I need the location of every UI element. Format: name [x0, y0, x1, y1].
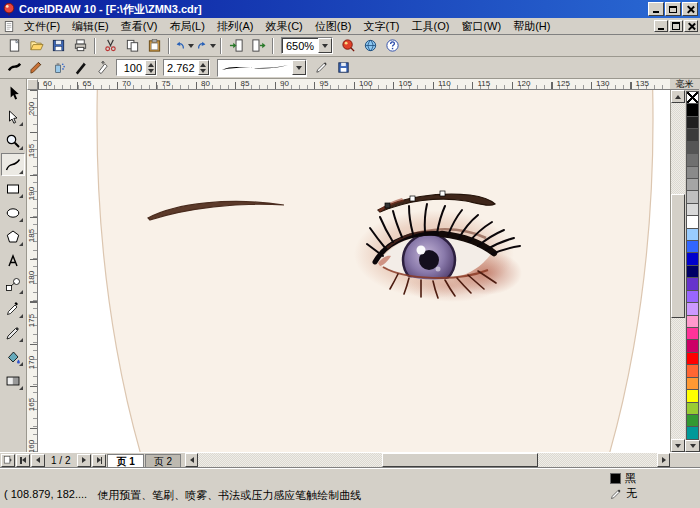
- menu-item[interactable]: 布局(L): [163, 18, 210, 35]
- color-swatch[interactable]: [686, 426, 699, 439]
- color-swatch[interactable]: [686, 215, 699, 228]
- spinner-arrows[interactable]: [198, 60, 209, 75]
- print-button[interactable]: [69, 36, 91, 56]
- new-button[interactable]: [3, 36, 25, 56]
- first-page-button[interactable]: [16, 454, 30, 467]
- color-swatch[interactable]: [686, 103, 699, 116]
- color-swatch[interactable]: [686, 364, 699, 377]
- horizontal-ruler[interactable]: 6065707580859095100105110115120125130135: [38, 79, 670, 90]
- pick-tool[interactable]: [1, 81, 25, 104]
- vertical-scrollbar[interactable]: [670, 79, 685, 452]
- help-button[interactable]: [381, 36, 403, 56]
- menu-item[interactable]: 工具(O): [406, 18, 456, 35]
- color-swatch[interactable]: [686, 228, 699, 241]
- fill-tool[interactable]: [1, 345, 25, 368]
- outline-color-status[interactable]: 无: [610, 487, 696, 500]
- page-flip-button[interactable]: [1, 454, 15, 467]
- page-tab[interactable]: 页 2: [145, 454, 181, 467]
- eyedropper-tool[interactable]: [1, 297, 25, 320]
- color-swatch[interactable]: [686, 302, 699, 315]
- redo-button[interactable]: [195, 36, 217, 56]
- ellipse-tool[interactable]: [1, 201, 25, 224]
- color-swatch[interactable]: [686, 339, 699, 352]
- freehand-smoothing-spinner[interactable]: 100: [116, 59, 157, 76]
- save-button[interactable]: [47, 36, 69, 56]
- freehand-tool[interactable]: [1, 153, 25, 176]
- color-swatch[interactable]: [686, 203, 699, 216]
- polygon-tool[interactable]: [1, 225, 25, 248]
- horizontal-scroll-track[interactable]: [198, 453, 657, 467]
- stroke-width-spinner[interactable]: 2.762: [163, 59, 210, 76]
- zoom-tool[interactable]: [1, 129, 25, 152]
- shape-tool[interactable]: [1, 105, 25, 128]
- paste-button[interactable]: [143, 36, 165, 56]
- interactive-fill-tool[interactable]: [1, 369, 25, 392]
- pressure-mode-button[interactable]: [91, 58, 113, 78]
- menu-item[interactable]: 帮助(H): [507, 18, 556, 35]
- menu-item[interactable]: 文件(F): [18, 18, 66, 35]
- menu-item[interactable]: 文字(T): [357, 18, 405, 35]
- cut-button[interactable]: [99, 36, 121, 56]
- stroke-dropdown-button[interactable]: [292, 60, 306, 75]
- calligraphy-mode-button[interactable]: [69, 58, 91, 78]
- minimize-button[interactable]: [648, 2, 664, 16]
- title-bar[interactable]: CorelDRAW 10 - [F:\作业\ZMN3.cdr]: [0, 0, 700, 18]
- brush-mode-button[interactable]: [25, 58, 47, 78]
- zoom-combo[interactable]: 650%: [281, 37, 333, 54]
- color-swatch[interactable]: [686, 377, 699, 390]
- last-page-button[interactable]: [92, 454, 106, 467]
- horizontal-scroll-thumb[interactable]: [382, 453, 538, 467]
- vertical-scroll-thumb[interactable]: [671, 194, 685, 318]
- color-swatch[interactable]: [686, 166, 699, 179]
- color-swatch[interactable]: [686, 116, 699, 129]
- undo-button[interactable]: [173, 36, 195, 56]
- color-swatch[interactable]: [686, 141, 699, 154]
- color-swatch[interactable]: [686, 128, 699, 141]
- zoom-level-value[interactable]: 650%: [282, 40, 318, 52]
- color-swatch[interactable]: [686, 240, 699, 253]
- close-button[interactable]: [682, 2, 698, 16]
- horizontal-scrollbar[interactable]: [185, 453, 670, 467]
- scroll-right-button[interactable]: [657, 453, 670, 467]
- app-icon[interactable]: [2, 2, 16, 16]
- color-swatch[interactable]: [686, 327, 699, 340]
- pen-settings-button[interactable]: [311, 58, 333, 78]
- document-icon[interactable]: [3, 20, 15, 33]
- maximize-button[interactable]: [665, 2, 681, 16]
- menu-item[interactable]: 编辑(E): [66, 18, 115, 35]
- canvas[interactable]: [38, 90, 670, 452]
- next-page-button[interactable]: [77, 454, 91, 467]
- color-swatch[interactable]: [686, 389, 699, 402]
- color-swatch[interactable]: [686, 402, 699, 415]
- stroke-preset-combo[interactable]: [217, 59, 307, 77]
- color-swatch[interactable]: [686, 178, 699, 191]
- open-button[interactable]: [25, 36, 47, 56]
- page-tab[interactable]: 页 1: [107, 454, 143, 467]
- mdi-minimize-button[interactable]: [654, 20, 668, 32]
- sprayer-mode-button[interactable]: [47, 58, 69, 78]
- color-swatch[interactable]: [686, 277, 699, 290]
- menu-item[interactable]: 效果(C): [260, 18, 309, 35]
- scroll-up-button[interactable]: [671, 90, 685, 103]
- color-swatch[interactable]: [686, 352, 699, 365]
- preset-mode-button[interactable]: [3, 58, 25, 78]
- rectangle-tool[interactable]: [1, 177, 25, 200]
- menu-item[interactable]: 位图(B): [309, 18, 358, 35]
- launcher-button[interactable]: [337, 36, 359, 56]
- color-swatch[interactable]: [686, 290, 699, 303]
- vertical-ruler[interactable]: 200195190185180175170165160: [27, 90, 38, 452]
- text-tool[interactable]: [1, 249, 25, 272]
- scroll-left-button[interactable]: [185, 453, 198, 467]
- palette-scroll-down-button[interactable]: [685, 440, 700, 452]
- vertical-scroll-track[interactable]: [671, 103, 685, 439]
- copy-button[interactable]: [121, 36, 143, 56]
- spinner-arrows[interactable]: [145, 60, 156, 75]
- mdi-close-button[interactable]: [684, 20, 698, 32]
- stroke-width-value[interactable]: 2.762: [164, 62, 198, 74]
- scroll-down-button[interactable]: [671, 439, 685, 452]
- redo-dropdown-arrow[interactable]: [210, 44, 216, 48]
- undo-dropdown-arrow[interactable]: [188, 44, 194, 48]
- zoom-dropdown-button[interactable]: [318, 38, 332, 53]
- export-button[interactable]: [247, 36, 269, 56]
- mdi-restore-button[interactable]: [669, 20, 683, 32]
